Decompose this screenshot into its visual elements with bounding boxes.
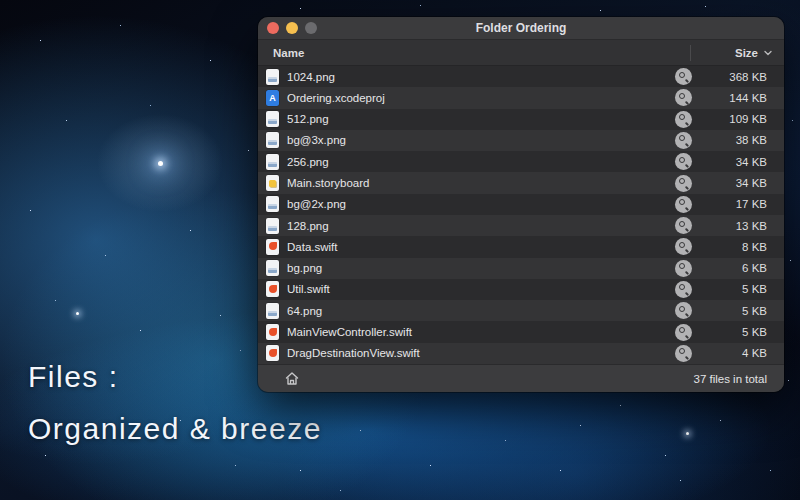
png-file-icon <box>266 218 279 234</box>
table-row[interactable]: bg@2x.png17 KB <box>258 194 784 215</box>
file-name: Data.swift <box>287 241 675 253</box>
traffic-lights <box>267 17 317 39</box>
quicklook-button[interactable] <box>675 260 692 277</box>
zoom-button[interactable] <box>305 22 317 34</box>
file-size: 368 KB <box>692 71 784 83</box>
column-header-name[interactable]: Name <box>258 47 690 59</box>
file-name: 64.png <box>287 305 675 317</box>
quicklook-button[interactable] <box>675 175 692 192</box>
home-button[interactable] <box>282 369 302 389</box>
file-name: 256.png <box>287 156 675 168</box>
file-size: 4 KB <box>692 347 784 359</box>
quicklook-button[interactable] <box>675 281 692 298</box>
file-name: bg.png <box>287 262 675 274</box>
table-header: Name Size <box>258 40 784 66</box>
quicklook-button[interactable] <box>675 302 692 319</box>
file-size: 8 KB <box>692 241 784 253</box>
xcodeproj-file-icon <box>266 90 279 106</box>
file-name: bg@3x.png <box>287 134 675 146</box>
magnifier-icon <box>679 263 685 269</box>
magnifier-icon <box>679 114 685 120</box>
file-size: 34 KB <box>692 156 784 168</box>
png-file-icon <box>266 154 279 170</box>
magnifier-icon <box>679 178 685 184</box>
file-size: 6 KB <box>692 262 784 274</box>
file-size: 5 KB <box>692 326 784 338</box>
magnifier-icon <box>679 348 685 354</box>
table-row[interactable]: bg@3x.png38 KB <box>258 130 784 151</box>
swift-file-icon <box>266 345 279 361</box>
file-size: 38 KB <box>692 134 784 146</box>
quicklook-button[interactable] <box>675 217 692 234</box>
file-name: 512.png <box>287 113 675 125</box>
magnifier-icon <box>679 199 685 205</box>
magnifier-icon <box>679 327 685 333</box>
magnifier-icon <box>679 221 685 227</box>
window-title: Folder Ordering <box>476 21 567 35</box>
quicklook-button[interactable] <box>675 68 692 85</box>
bright-star <box>686 432 689 435</box>
magnifier-icon <box>679 306 685 312</box>
magnifier-icon <box>679 72 685 78</box>
file-size: 109 KB <box>692 113 784 125</box>
title-bar[interactable]: Folder Ordering <box>258 17 784 40</box>
magnifier-icon <box>679 93 685 99</box>
file-table-body: 1024.png368 KBOrdering.xcodeproj144 KB51… <box>258 66 784 364</box>
file-name: 128.png <box>287 220 675 232</box>
column-header-size[interactable]: Size <box>691 47 784 59</box>
magnifier-icon <box>679 284 685 290</box>
table-row[interactable]: 512.png109 KB <box>258 109 784 130</box>
wallpaper-caption-line1: Files : <box>28 360 119 394</box>
chevron-down-icon <box>764 49 772 57</box>
file-name: DragDestinationView.swift <box>287 347 675 359</box>
table-row[interactable]: Main.storyboard34 KB <box>258 172 784 193</box>
png-file-icon <box>266 260 279 276</box>
quicklook-button[interactable] <box>675 345 692 362</box>
star-field <box>0 0 1 1</box>
file-size: 13 KB <box>692 220 784 232</box>
file-size: 17 KB <box>692 198 784 210</box>
magnifier-icon <box>679 135 685 141</box>
bright-star <box>76 312 79 315</box>
magnifier-icon <box>679 242 685 248</box>
close-button[interactable] <box>267 22 279 34</box>
wallpaper-caption-line2: Organized & breeze <box>28 412 322 446</box>
minimize-button[interactable] <box>286 22 298 34</box>
home-icon <box>284 371 300 386</box>
table-row[interactable]: 1024.png368 KB <box>258 66 784 87</box>
quicklook-button[interactable] <box>675 89 692 106</box>
file-name: Ordering.xcodeproj <box>287 92 675 104</box>
file-name: bg@2x.png <box>287 198 675 210</box>
file-count-status: 37 files in total <box>693 373 784 385</box>
file-name: Main.storyboard <box>287 177 675 189</box>
quicklook-button[interactable] <box>675 196 692 213</box>
swift-file-icon <box>266 324 279 340</box>
swift-file-icon <box>266 281 279 297</box>
file-size: 144 KB <box>692 92 784 104</box>
bright-star <box>158 161 163 166</box>
file-size: 5 KB <box>692 305 784 317</box>
table-row[interactable]: bg.png6 KB <box>258 258 784 279</box>
storyboard-file-icon <box>266 175 279 191</box>
file-size: 34 KB <box>692 177 784 189</box>
table-row[interactable]: Ordering.xcodeproj144 KB <box>258 87 784 108</box>
table-row[interactable]: Util.swift5 KB <box>258 279 784 300</box>
table-row[interactable]: 128.png13 KB <box>258 215 784 236</box>
png-file-icon <box>266 132 279 148</box>
file-size: 5 KB <box>692 283 784 295</box>
table-row[interactable]: 64.png5 KB <box>258 300 784 321</box>
quicklook-button[interactable] <box>675 153 692 170</box>
quicklook-button[interactable] <box>675 324 692 341</box>
table-row[interactable]: 256.png34 KB <box>258 151 784 172</box>
quicklook-button[interactable] <box>675 132 692 149</box>
quicklook-button[interactable] <box>675 111 692 128</box>
table-row[interactable]: Data.swift8 KB <box>258 236 784 257</box>
column-header-size-label: Size <box>735 47 758 59</box>
png-file-icon <box>266 196 279 212</box>
quicklook-button[interactable] <box>675 238 692 255</box>
png-file-icon <box>266 303 279 319</box>
table-row[interactable]: MainViewController.swift5 KB <box>258 321 784 342</box>
swift-file-icon <box>266 239 279 255</box>
table-row[interactable]: DragDestinationView.swift4 KB <box>258 343 784 364</box>
magnifier-icon <box>679 157 685 163</box>
